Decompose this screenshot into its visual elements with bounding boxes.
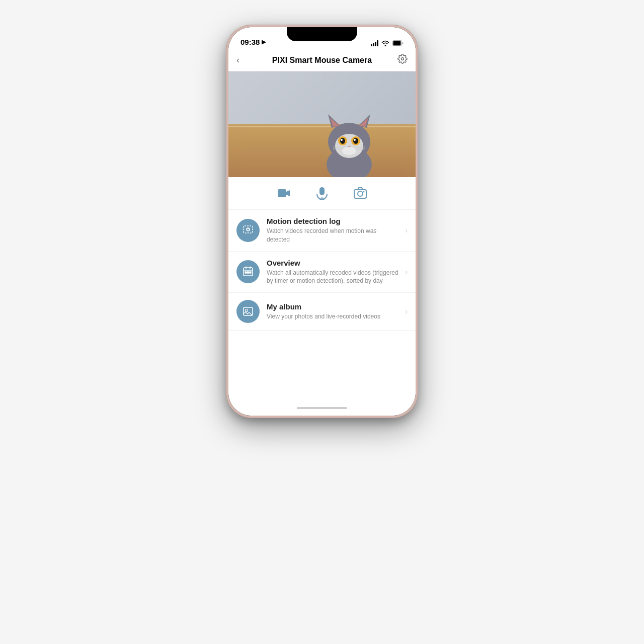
time-display: 09:38	[240, 38, 260, 46]
phone-inner: 09:38 ▶	[228, 27, 416, 416]
nav-bar: ‹ PIXI Smart Mouse Camera	[228, 49, 416, 71]
tab-bar	[228, 177, 416, 210]
signal-bar-4	[377, 40, 378, 46]
overview-subtitle: Watch all automatically recoded videos (…	[267, 269, 401, 286]
svg-rect-24	[319, 187, 325, 195]
svg-rect-1	[393, 41, 401, 46]
overview-title: Overview	[267, 259, 401, 267]
svg-point-40	[246, 309, 248, 312]
menu-item-motion-log[interactable]: Motion detection log Watch videos record…	[228, 210, 416, 252]
video-icon	[277, 186, 291, 200]
overview-chevron: ›	[405, 268, 408, 276]
svg-point-15	[354, 139, 356, 141]
cat-image	[304, 87, 394, 177]
svg-rect-36	[245, 272, 247, 273]
svg-point-13	[353, 138, 358, 144]
svg-point-21	[342, 147, 356, 155]
status-icons	[371, 40, 404, 46]
home-indicator	[228, 400, 416, 416]
menu-list: Motion detection log Watch videos record…	[228, 210, 416, 400]
svg-point-29	[363, 191, 365, 193]
motion-log-icon	[242, 224, 254, 236]
camera-icon	[353, 186, 367, 200]
svg-marker-23	[286, 190, 290, 196]
svg-point-14	[341, 139, 343, 141]
signal-bar-3	[375, 42, 376, 46]
overview-icon	[242, 266, 254, 278]
svg-rect-38	[250, 272, 251, 273]
tab-mic[interactable]	[313, 184, 331, 202]
motion-log-icon-circle	[236, 219, 260, 242]
album-text: My album View your photos and live-recor…	[267, 302, 401, 321]
album-chevron: ›	[405, 307, 408, 315]
settings-button[interactable]	[389, 54, 408, 66]
wifi-icon	[381, 40, 389, 46]
svg-point-12	[340, 138, 345, 144]
svg-rect-30	[244, 226, 253, 233]
mic-icon	[315, 186, 329, 200]
cat-svg	[304, 87, 394, 177]
signal-bar-2	[373, 43, 374, 46]
album-icon-circle	[236, 300, 260, 323]
menu-item-overview[interactable]: Overview Watch all automatically recoded…	[228, 252, 416, 293]
overview-text: Overview Watch all automatically recoded…	[267, 259, 401, 286]
svg-point-31	[247, 228, 250, 231]
tab-video[interactable]	[275, 184, 293, 202]
battery-icon	[392, 40, 404, 46]
phone-frame: 09:38 ▶	[226, 25, 418, 418]
phone-notch	[287, 27, 357, 41]
camera-view	[228, 71, 416, 177]
svg-point-2	[401, 58, 404, 60]
signal-bar-1	[371, 44, 372, 46]
location-icon: ▶	[262, 39, 266, 45]
back-button[interactable]: ‹	[236, 55, 255, 65]
svg-rect-22	[278, 189, 286, 197]
nav-title: PIXI Smart Mouse Camera	[272, 56, 372, 65]
svg-rect-37	[248, 272, 249, 273]
album-icon	[242, 305, 254, 317]
status-time: 09:38 ▶	[240, 38, 266, 46]
tab-photo[interactable]	[351, 184, 369, 202]
motion-log-text: Motion detection log Watch videos record…	[267, 217, 401, 244]
album-subtitle: View your photos and live-recorded video…	[267, 312, 401, 321]
menu-item-album[interactable]: My album View your photos and live-recor…	[228, 293, 416, 331]
phone-screen: 09:38 ▶	[228, 27, 416, 416]
overview-icon-circle	[236, 260, 260, 283]
phone-wrapper: 09:38 ▶	[226, 25, 418, 418]
motion-log-chevron: ›	[405, 226, 408, 234]
scene: 09:38 ▶	[0, 0, 644, 644]
album-title: My album	[267, 302, 401, 311]
motion-log-title: Motion detection log	[267, 217, 401, 225]
svg-point-28	[358, 191, 363, 196]
signal-icon	[371, 40, 378, 46]
motion-log-subtitle: Watch videos recorded when motion was de…	[267, 227, 401, 244]
home-bar	[297, 407, 347, 409]
